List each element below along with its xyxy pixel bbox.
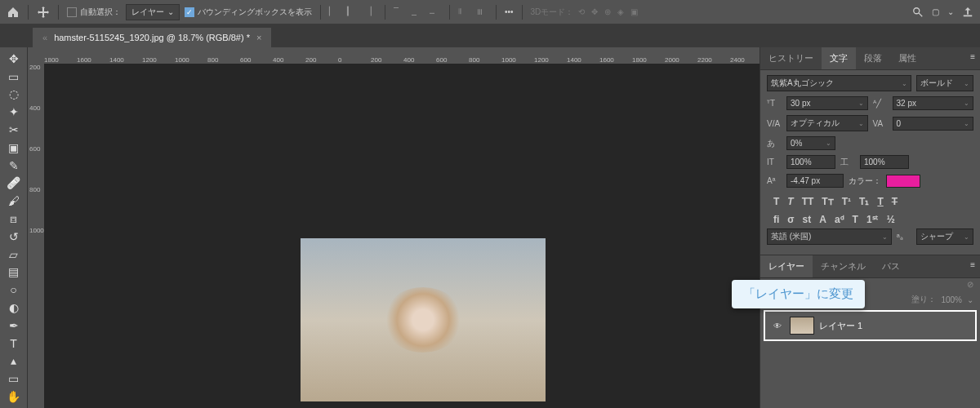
ligature-button[interactable]: fi: [773, 214, 779, 225]
layer-thumbnail[interactable]: [790, 317, 814, 335]
orbit-icon[interactable]: ⟲: [578, 7, 585, 16]
dodge-tool[interactable]: ◐: [3, 299, 24, 316]
close-tab-icon[interactable]: ×: [256, 33, 261, 42]
bold-button[interactable]: T: [773, 196, 779, 207]
tab-layers[interactable]: レイヤー: [760, 255, 813, 277]
font-family-dropdown[interactable]: 筑紫A丸ゴシック⌄: [767, 75, 911, 91]
strike-button[interactable]: T: [892, 196, 898, 207]
hand-tool[interactable]: ✋: [3, 388, 24, 405]
tab-channels[interactable]: チャンネル: [813, 255, 874, 277]
type-tool[interactable]: T: [3, 335, 24, 352]
dolly-icon[interactable]: ⊕: [604, 7, 611, 16]
italic-button[interactable]: T: [787, 196, 793, 207]
filter-toggle-icon[interactable]: ⊘: [967, 280, 973, 289]
layer-row[interactable]: 👁 レイヤー 1: [765, 312, 975, 339]
frame-tool[interactable]: ▣: [3, 140, 24, 156]
pen-tool[interactable]: ✒: [3, 317, 24, 334]
layer-name[interactable]: レイヤー 1: [819, 320, 862, 332]
blur-tool[interactable]: ○: [3, 282, 24, 298]
crop-tool[interactable]: ✂: [3, 122, 24, 138]
fraction-button[interactable]: 1ˢᵗ: [866, 214, 879, 225]
workspace-dropdown-icon[interactable]: ⌄: [947, 7, 954, 16]
titling-button[interactable]: A: [819, 214, 826, 225]
kerning-field[interactable]: オプティカル⌄: [786, 115, 868, 131]
align-center-h-icon[interactable]: ▎: [347, 7, 359, 18]
font-style-dropdown[interactable]: ボールド⌄: [916, 75, 973, 91]
shape-tool[interactable]: ▭: [3, 370, 24, 387]
healing-tool[interactable]: 🩹: [3, 175, 24, 192]
auto-select-checkbox[interactable]: 自動選択：: [67, 7, 121, 18]
eraser-tool[interactable]: ▱: [3, 246, 24, 263]
layers-menu-icon[interactable]: ≡: [965, 255, 980, 277]
ordinal-button[interactable]: aᵈ: [835, 214, 844, 225]
underline-button[interactable]: T: [877, 196, 883, 207]
hscale-field[interactable]: 100%: [860, 155, 909, 169]
options-bar: 自動選択： レイヤー ⌄ ✓ バウンディングボックスを表示 ▏ ▎ ▕ ⎺ ⎯ …: [0, 0, 980, 24]
share-icon[interactable]: [962, 7, 973, 18]
workspace-icon[interactable]: ▢: [932, 7, 939, 16]
eyedropper-tool[interactable]: ✎: [3, 157, 24, 174]
vscale-field[interactable]: 100%: [786, 155, 835, 169]
tab-properties[interactable]: 属性: [890, 47, 924, 69]
annotation-callout: 「レイヤー」に変更: [732, 280, 865, 308]
align-bottom-icon[interactable]: ⎽: [430, 7, 441, 18]
kerning-icon: V/A: [767, 119, 782, 128]
allcaps-button[interactable]: TT: [802, 196, 814, 207]
home-icon[interactable]: [7, 6, 20, 19]
tab-paths[interactable]: パス: [874, 255, 908, 277]
lasso-tool[interactable]: ◌: [3, 86, 24, 103]
more-options-icon[interactable]: •••: [505, 7, 514, 16]
language-dropdown[interactable]: 英語 (米国)⌄: [767, 228, 892, 245]
gradient-tool[interactable]: ▤: [3, 264, 24, 281]
brush-tool[interactable]: 🖌: [3, 193, 24, 209]
document-title: hamster-5115245_1920.jpg @ 18.7% (RGB/8#…: [54, 33, 250, 42]
pan-icon[interactable]: ✥: [591, 7, 598, 16]
panel-tabs-top: ヒストリー 文字 段落 属性 ≡: [760, 47, 980, 70]
visibility-icon[interactable]: 👁: [773, 322, 785, 330]
fill-value[interactable]: 100%: [941, 295, 962, 304]
align-right-icon[interactable]: ▕: [365, 7, 376, 18]
svg-point-0: [914, 7, 920, 13]
move-tool-icon[interactable]: [37, 6, 50, 19]
superscript-button[interactable]: T¹: [842, 196, 851, 207]
font-size-field[interactable]: 30 px⌄: [786, 96, 868, 110]
history-brush-tool[interactable]: ↺: [3, 228, 24, 245]
tab-history[interactable]: ヒストリー: [760, 47, 822, 69]
scale-field[interactable]: 0%⌄: [786, 136, 835, 150]
smallcaps-button[interactable]: Tᴛ: [822, 196, 833, 207]
path-select-tool[interactable]: ▴: [3, 353, 24, 370]
marquee-tool[interactable]: ▭: [3, 69, 24, 85]
distribute-v-icon[interactable]: ⫼: [476, 7, 488, 18]
baseline-field[interactable]: -4.47 px: [786, 174, 844, 188]
vscale-icon: IT: [767, 157, 782, 166]
canvas-area[interactable]: 1800160014001200100080060040020002004006…: [28, 47, 760, 408]
distribute-h-icon[interactable]: ⫴: [458, 7, 470, 18]
stylistic-button[interactable]: st: [803, 214, 812, 225]
show-bounding-checkbox[interactable]: ✓ バウンディングボックスを表示: [185, 7, 312, 18]
leading-field[interactable]: 32 px⌄: [893, 96, 974, 110]
tab-character[interactable]: 文字: [822, 47, 856, 69]
tab-paragraph[interactable]: 段落: [856, 47, 890, 69]
align-top-icon[interactable]: ⎺: [394, 7, 405, 18]
move-tool[interactable]: ✥: [3, 51, 24, 67]
align-center-v-icon[interactable]: ⎯: [412, 7, 423, 18]
text-color-swatch[interactable]: [886, 175, 920, 188]
auto-select-target-dropdown[interactable]: レイヤー ⌄: [126, 4, 180, 20]
oldstyle-button[interactable]: σ: [787, 214, 794, 225]
camera-icon[interactable]: ▣: [630, 7, 638, 16]
document-canvas[interactable]: [301, 238, 546, 401]
svg-line-1: [919, 12, 922, 16]
subscript-button[interactable]: T₁: [859, 196, 869, 207]
show-bounding-label: バウンディングボックスを表示: [198, 7, 312, 18]
stamp-tool[interactable]: ⧈: [3, 211, 24, 227]
antialias-dropdown[interactable]: シャープ⌄: [916, 228, 973, 245]
panel-menu-icon[interactable]: ≡: [965, 47, 980, 69]
walk-icon[interactable]: ◈: [617, 7, 624, 16]
tracking-field[interactable]: 0⌄: [893, 117, 974, 131]
swash-button[interactable]: T: [853, 214, 858, 225]
document-tab[interactable]: « hamster-5115245_1920.jpg @ 18.7% (RGB/…: [33, 28, 271, 47]
wand-tool[interactable]: ✦: [3, 104, 24, 120]
search-icon[interactable]: [912, 7, 924, 18]
align-left-icon[interactable]: ▏: [329, 7, 341, 18]
half-button[interactable]: ½: [887, 214, 895, 225]
